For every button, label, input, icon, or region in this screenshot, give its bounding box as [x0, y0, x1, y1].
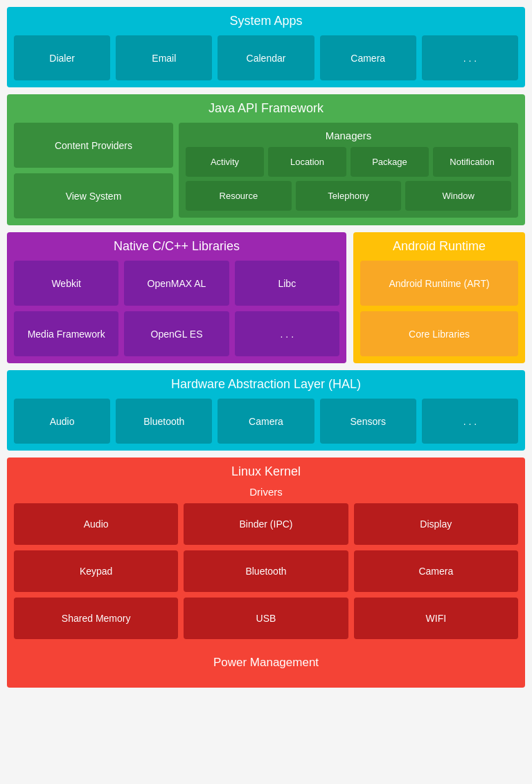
list-item: Email — [116, 35, 212, 80]
list-item: Audio — [14, 503, 178, 545]
list-item: Notification — [433, 147, 511, 177]
list-item: Bluetooth — [116, 399, 212, 444]
system-apps-layer: System Apps Dialer Email Calendar Camera… — [7, 7, 525, 87]
drivers-row-2: Keypad Bluetooth Camera — [14, 550, 518, 592]
managers-box: Managers Activity Location Package Notif… — [179, 123, 518, 218]
linux-kernel-layer: Linux Kernel Drivers Audio Binder (IPC) … — [7, 458, 525, 688]
hal-title: Hardware Abstraction Layer (HAL) — [14, 377, 518, 392]
drivers-row-1: Audio Binder (IPC) Display — [14, 503, 518, 545]
content-providers-box: Content Providers — [14, 123, 173, 168]
android-runtime-layer: Android Runtime Android Runtime (ART) Co… — [353, 232, 525, 363]
android-runtime-title: Android Runtime — [360, 239, 518, 254]
native-libs-title: Native C/C++ Libraries — [14, 239, 339, 254]
java-api-title: Java API Framework — [14, 101, 518, 116]
native-runtime-row: Native C/C++ Libraries Webkit OpenMAX AL… — [7, 232, 525, 363]
hal-layer: Hardware Abstraction Layer (HAL) Audio B… — [7, 370, 525, 451]
list-item: Display — [354, 503, 518, 545]
system-apps-items: Dialer Email Calendar Camera . . . — [14, 35, 518, 80]
drivers-row-3: Shared Memory USB WIFI — [14, 598, 518, 639]
managers-row-2: Resource Telephony Window — [186, 181, 511, 211]
power-management-box: Power Management — [14, 645, 518, 681]
list-item: OpenGL ES — [124, 311, 229, 356]
list-item: Webkit — [14, 261, 118, 306]
list-item: Camera — [320, 35, 416, 80]
list-item: Media Framework — [14, 311, 118, 356]
list-item: Resource — [186, 181, 292, 211]
managers-row-1: Activity Location Package Notification — [186, 147, 511, 177]
list-item: Binder (IPC) — [184, 503, 348, 545]
managers-title: Managers — [186, 130, 511, 141]
list-item: Libc — [235, 261, 339, 306]
list-item: Camera — [218, 399, 314, 444]
managers-section: Managers Activity Location Package Notif… — [179, 123, 518, 218]
list-item: Package — [351, 147, 429, 177]
system-apps-title: System Apps — [14, 14, 518, 28]
managers-grid: Activity Location Package Notification R… — [186, 147, 511, 211]
native-libs-row1: Webkit OpenMAX AL Libc — [14, 261, 339, 306]
list-item: Window — [405, 181, 511, 211]
list-item: Bluetooth — [184, 550, 348, 592]
list-item: Calendar — [218, 35, 314, 80]
list-item: Audio — [14, 399, 110, 444]
list-item: . . . — [235, 311, 339, 356]
list-item: WIFI — [354, 598, 518, 639]
drivers-title: Drivers — [14, 486, 518, 498]
list-item: Keypad — [14, 550, 178, 592]
native-libs-layer: Native C/C++ Libraries Webkit OpenMAX AL… — [7, 232, 346, 363]
view-system-box: View System — [14, 173, 173, 218]
list-item: . . . — [422, 35, 518, 80]
hal-items: Audio Bluetooth Camera Sensors . . . — [14, 399, 518, 444]
native-libs-row2: Media Framework OpenGL ES . . . — [14, 311, 339, 356]
list-item: Location — [268, 147, 346, 177]
list-item: Sensors — [320, 399, 416, 444]
list-item: Camera — [354, 550, 518, 592]
list-item: Shared Memory — [14, 598, 178, 639]
list-item: Core Libraries — [360, 311, 518, 356]
java-api-layer: Java API Framework Content Providers Vie… — [7, 94, 525, 225]
list-item: Activity — [186, 147, 264, 177]
list-item: Telephony — [296, 181, 402, 211]
linux-kernel-title: Linux Kernel — [14, 464, 518, 479]
list-item: Android Runtime (ART) — [360, 261, 518, 306]
list-item: . . . — [422, 399, 518, 444]
list-item: OpenMAX AL — [124, 261, 229, 306]
list-item: Dialer — [14, 35, 110, 80]
list-item: USB — [184, 598, 348, 639]
java-api-inner: Content Providers View System Managers A… — [14, 123, 518, 218]
java-api-left: Content Providers View System — [14, 123, 173, 218]
drivers-grid: Audio Binder (IPC) Display Keypad Blueto… — [14, 503, 518, 639]
